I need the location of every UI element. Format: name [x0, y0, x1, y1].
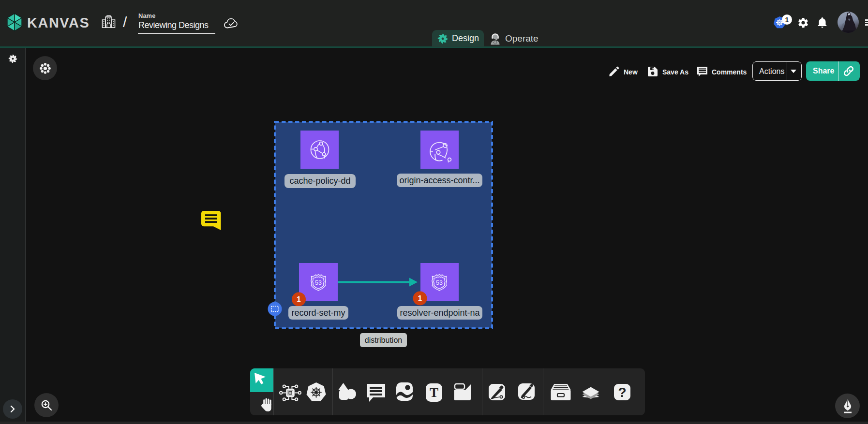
svg-text:T: T: [430, 385, 438, 400]
svg-text:?: ?: [618, 385, 626, 400]
svg-text:1: 1: [418, 294, 422, 303]
svg-text:1: 1: [297, 295, 301, 304]
svg-text:53: 53: [315, 279, 322, 286]
